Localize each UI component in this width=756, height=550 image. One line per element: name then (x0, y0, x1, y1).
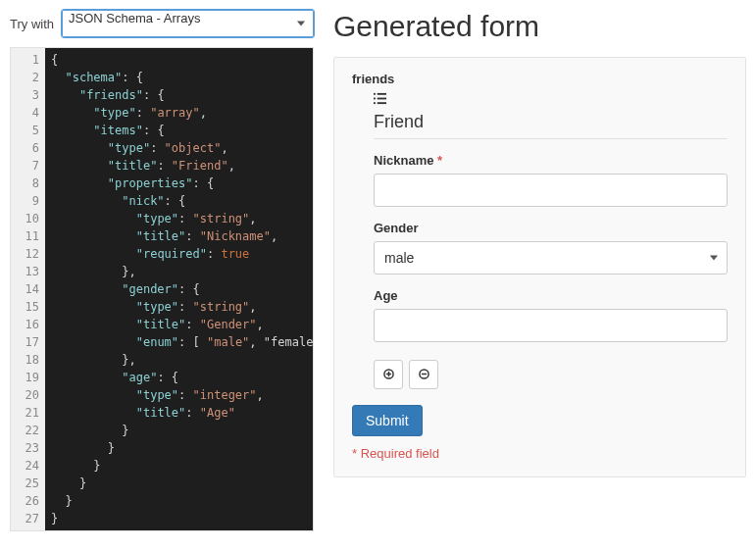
svg-rect-1 (378, 93, 386, 95)
svg-rect-0 (374, 93, 376, 95)
gender-select[interactable]: male (374, 241, 728, 275)
group-label-friends: friends (352, 72, 728, 86)
svg-rect-3 (378, 98, 386, 100)
age-label: Age (374, 288, 728, 303)
required-asterisk: * (437, 153, 442, 168)
nickname-label: Nickname * (374, 153, 728, 168)
svg-rect-2 (374, 98, 376, 100)
remove-item-button[interactable] (409, 360, 438, 389)
gender-label: Gender (374, 221, 728, 235)
minus-circle-icon (419, 368, 429, 382)
code-editor[interactable]: 1234567891011121314151617181920212223242… (10, 47, 314, 531)
list-icon (374, 92, 386, 105)
add-item-button[interactable] (374, 360, 403, 389)
age-input[interactable] (374, 309, 728, 342)
trywith-label: Try with (10, 17, 54, 31)
page-title: Generated form (333, 10, 746, 43)
plus-circle-icon (383, 368, 394, 382)
required-note: * Required field (352, 446, 728, 461)
gender-selected-value: male (384, 250, 414, 266)
submit-button[interactable]: Submit (352, 405, 423, 436)
item-title: Friend (374, 112, 728, 139)
svg-rect-4 (374, 102, 376, 104)
editor-gutter: 1234567891011121314151617181920212223242… (11, 48, 45, 530)
form-panel: friends Friend Nickname * Gender male (333, 57, 746, 477)
trywith-selected: JSON Schema - Arrays (69, 11, 200, 25)
nickname-input[interactable] (374, 174, 728, 207)
svg-rect-5 (378, 102, 386, 104)
trywith-select[interactable]: JSON Schema - Arrays (62, 10, 314, 37)
editor-code[interactable]: { "schema": { "friends": { "type": "arra… (45, 48, 313, 530)
